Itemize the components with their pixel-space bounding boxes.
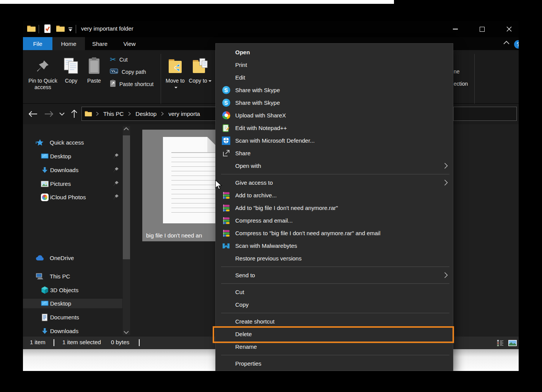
menu-item-compress-to-big-file-i-don-t-need-anymore-rar-and-email[interactable]: Compress to "big file I don't need anymo… xyxy=(216,227,453,239)
sidebar-item-this-pc[interactable]: This PC xyxy=(23,272,122,281)
menu-item-add-to-archive[interactable]: Add to archive... xyxy=(216,189,453,202)
menu-item-edit-with-notepad[interactable]: Edit with Notepad++ xyxy=(216,122,453,134)
menu-separator xyxy=(221,267,449,267)
details-view-button[interactable] xyxy=(496,339,505,347)
menu-item-icon-placeholder xyxy=(221,271,231,280)
properties-icon[interactable] xyxy=(44,24,51,35)
search-input[interactable] xyxy=(453,107,517,121)
paste-shortcut-button[interactable]: Paste shortcut xyxy=(110,78,171,90)
close-icon xyxy=(506,26,512,32)
sidebar-item-desktop[interactable]: Desktop xyxy=(23,299,122,308)
menu-item-open[interactable]: Open xyxy=(216,46,453,59)
copy-path-button[interactable]: Copy path xyxy=(110,66,171,78)
move-to-label: Move to xyxy=(164,78,187,91)
copy-button[interactable]: Copy xyxy=(61,52,81,84)
menu-item-scan-with-malwarebytes[interactable]: Scan with Malwarebytes xyxy=(216,239,453,252)
menu-separator xyxy=(221,174,449,174)
menu-item-scan-with-microsoft-defender[interactable]: Scan with Microsoft Defender... xyxy=(216,134,453,147)
sidebar-item-downloads[interactable]: Downloads xyxy=(23,165,122,175)
menu-item-send-to[interactable]: Send to xyxy=(216,269,453,281)
menu-item-label: Share with Skype xyxy=(235,99,280,106)
back-button[interactable] xyxy=(28,109,38,119)
menu-item-copy[interactable]: Copy xyxy=(216,298,453,311)
pin-to-quick-access-button[interactable]: Pin to Quick access xyxy=(24,52,61,91)
menu-item-properties[interactable]: Properties xyxy=(216,357,453,370)
minimize-button[interactable] xyxy=(449,24,462,34)
scroll-up-icon[interactable] xyxy=(124,127,129,130)
defender-icon xyxy=(221,136,231,145)
maximize-button[interactable] xyxy=(475,24,488,34)
close-button[interactable] xyxy=(503,24,516,34)
copy-to-button[interactable]: Copy to xyxy=(189,52,212,84)
sidebar-item-onedrive[interactable]: OneDrive xyxy=(23,253,122,263)
menu-item-delete[interactable]: Delete xyxy=(216,328,453,340)
thumbnail-view-button[interactable] xyxy=(508,339,517,347)
sidebar-item-downloads[interactable]: Downloads xyxy=(23,326,122,336)
move-to-button[interactable]: Move to xyxy=(164,52,187,91)
minimize-icon xyxy=(453,29,458,29)
new-folder-icon[interactable] xyxy=(56,25,65,34)
breadcrumb-very-importa[interactable]: very importa xyxy=(167,111,202,117)
tab-label: Share xyxy=(92,41,107,47)
text-file-icon xyxy=(163,137,223,223)
sidebar-item-3d-objects[interactable]: 3D Objects xyxy=(23,285,122,295)
sidebar-item-pictures[interactable]: Pictures xyxy=(23,179,122,189)
menu-item-icon-placeholder xyxy=(221,254,231,263)
objects-3d-icon xyxy=(40,286,49,294)
sidebar-item-quick-access[interactable]: Quick access xyxy=(23,138,122,147)
copy-label: Copy xyxy=(65,78,78,84)
paste-button[interactable]: Paste xyxy=(83,52,105,84)
scroll-down-icon[interactable] xyxy=(124,331,129,334)
tab-home[interactable]: Home xyxy=(52,37,85,50)
tab-file[interactable]: File xyxy=(23,37,52,50)
sidebar-scrollbar[interactable] xyxy=(123,126,130,335)
toolbar-separator xyxy=(76,25,76,33)
tab-share[interactable]: Share xyxy=(85,37,115,50)
menu-item-icon-placeholder xyxy=(221,288,231,297)
cut-button[interactable]: ✂ Cut xyxy=(110,54,171,65)
documents-icon xyxy=(40,313,49,322)
menu-item-share-with-skype[interactable]: SShare with Skype xyxy=(216,96,453,109)
cut-icon: ✂ xyxy=(110,55,116,64)
copy-to-icon xyxy=(191,52,209,75)
menu-item-share[interactable]: Share xyxy=(216,147,453,159)
winrar-icon xyxy=(221,216,231,225)
menu-item-open-with[interactable]: Open with xyxy=(216,159,453,172)
copy-path-label: Copy path xyxy=(122,69,146,75)
menu-item-restore-previous-versions[interactable]: Restore previous versions xyxy=(216,252,453,265)
scrollbar-thumb[interactable] xyxy=(123,135,130,259)
collapse-ribbon-icon[interactable] xyxy=(503,39,510,46)
menu-item-share-with-skype[interactable]: SShare with Skype xyxy=(216,84,453,96)
menu-item-label: Cut xyxy=(235,289,244,295)
menu-item-icon-placeholder xyxy=(221,317,231,326)
sidebar-item-desktop[interactable]: Desktop xyxy=(23,151,122,161)
menu-item-cut[interactable]: Cut xyxy=(216,286,453,298)
menu-item-icon-placeholder xyxy=(221,300,231,309)
menu-item-label: Share xyxy=(235,150,251,156)
customize-toolbar-icon[interactable] xyxy=(68,26,73,33)
breadcrumb-desktop[interactable]: Desktop xyxy=(134,111,158,117)
forward-button[interactable] xyxy=(44,109,54,119)
up-button[interactable] xyxy=(69,109,80,119)
menu-item-compress-and-email[interactable]: Compress and email... xyxy=(216,214,453,227)
winrar-icon xyxy=(221,203,231,213)
menu-item-add-to-big-file-i-don-t-need-anymore-rar[interactable]: Add to "big file I don't need anymore.ra… xyxy=(216,202,453,214)
menu-item-icon-placeholder xyxy=(221,359,231,368)
recent-locations-button[interactable] xyxy=(57,109,67,119)
downloads-icon xyxy=(40,327,49,335)
pin-icon xyxy=(113,153,119,160)
menu-item-edit[interactable]: Edit xyxy=(216,71,453,84)
notepadpp-icon xyxy=(221,124,231,133)
menu-item-label: Edit xyxy=(235,74,245,81)
breadcrumb-this-pc[interactable]: This PC xyxy=(102,111,125,117)
tab-view[interactable]: View xyxy=(115,37,144,50)
sidebar-item-icloud-photos[interactable]: iCloud Photos xyxy=(23,192,122,202)
menu-item-rename[interactable]: Rename xyxy=(216,340,453,353)
submenu-chevron-icon xyxy=(444,272,448,280)
sidebar-item-documents[interactable]: Documents xyxy=(23,312,122,322)
menu-item-print[interactable]: Print xyxy=(216,59,453,71)
menu-item-create-shortcut[interactable]: Create shortcut xyxy=(216,315,453,328)
sidebar-item-label: Downloads xyxy=(50,167,78,173)
menu-item-upload-with-sharex[interactable]: Upload with ShareX xyxy=(216,109,453,122)
menu-item-give-access-to[interactable]: Give access to xyxy=(216,176,453,189)
